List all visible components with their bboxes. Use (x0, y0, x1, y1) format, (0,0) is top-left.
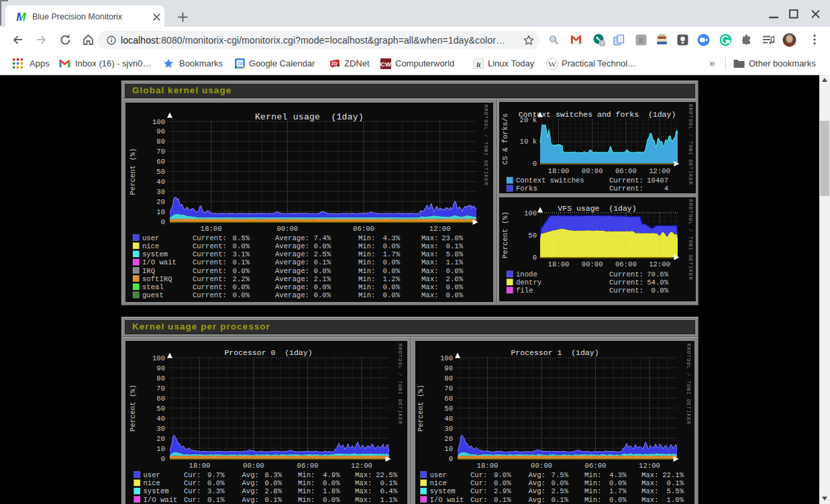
svg-text:RRDTOOL / TOBI OETIKER: RRDTOOL / TOBI OETIKER (483, 105, 488, 186)
svg-text:60: 60 (156, 158, 165, 166)
svg-text:Current:: Current: (609, 287, 643, 295)
svg-text:Min:: Min: (298, 496, 315, 504)
svg-text:3.3%: 3.3% (207, 487, 225, 495)
svg-text:0.1%: 0.1% (265, 496, 282, 504)
svg-text:0.0%: 0.0% (233, 242, 250, 250)
svg-text:Avg:: Avg: (529, 487, 546, 495)
svg-text:Current:: Current: (609, 279, 643, 287)
svg-text:2.2%: 2.2% (233, 275, 250, 283)
svg-text:0.0%: 0.0% (323, 496, 340, 504)
svg-text:100: 100 (440, 354, 453, 362)
svg-text:80: 80 (156, 138, 165, 146)
svg-text:0.0%: 0.0% (494, 479, 511, 487)
svg-text:1.1%: 1.1% (380, 496, 398, 504)
svg-text:06:00: 06:00 (297, 462, 319, 470)
svg-text:Min:: Min: (358, 283, 375, 291)
svg-text:Avg:: Avg: (242, 471, 259, 479)
svg-text:90: 90 (444, 364, 453, 372)
svg-text:0.1%: 0.1% (380, 479, 398, 487)
svg-text:0: 0 (533, 254, 537, 262)
svg-text:Context switches and forks (1: Context switches and forks (1day) (519, 110, 676, 119)
svg-text:2.8%: 2.8% (265, 487, 282, 495)
svg-text:0.0%: 0.0% (233, 283, 250, 291)
svg-text:00:00: 00:00 (531, 462, 552, 470)
svg-text:30: 30 (156, 425, 165, 433)
svg-text:0.0%: 0.0% (383, 258, 401, 266)
svg-text:Max:: Max: (421, 291, 438, 299)
svg-text:50: 50 (156, 405, 165, 413)
svg-text:0.0%: 0.0% (609, 496, 627, 504)
svg-text:0.0%: 0.0% (233, 267, 250, 275)
svg-text:Avg:: Avg: (529, 479, 546, 487)
svg-text:4.9%: 4.9% (323, 471, 340, 479)
svg-text:0.0%: 0.0% (446, 291, 464, 299)
svg-text:6.4%: 6.4% (380, 487, 398, 495)
svg-text:Processor 1 (1day): Processor 1 (1day) (511, 348, 599, 357)
svg-text:1.8%: 1.8% (323, 487, 340, 495)
svg-text:70.6%: 70.6% (647, 270, 668, 279)
svg-text:IRQ: IRQ (142, 267, 155, 275)
svg-text:10 k: 10 k (520, 138, 537, 146)
svg-text:4.3%: 4.3% (383, 234, 401, 242)
svg-text:40: 40 (156, 178, 165, 186)
svg-text:50: 50 (528, 232, 537, 240)
svg-text:0.1%: 0.1% (207, 496, 225, 504)
svg-text:60: 60 (156, 395, 165, 403)
svg-text:Percent (%): Percent (%) (129, 148, 137, 195)
svg-text:0.0%: 0.0% (446, 267, 464, 275)
svg-text:20: 20 (156, 198, 165, 206)
svg-text:70: 70 (444, 385, 453, 393)
svg-text:Current:: Current: (193, 283, 227, 291)
svg-text:70: 70 (156, 148, 165, 156)
svg-text:2.5%: 2.5% (314, 250, 331, 258)
svg-text:0.1%: 0.1% (314, 258, 331, 266)
svg-text:0.1%: 0.1% (667, 479, 684, 487)
svg-text:Max:: Max: (355, 496, 372, 504)
svg-text:Max:: Max: (355, 471, 372, 479)
svg-text:0.0%: 0.0% (314, 283, 331, 291)
svg-text:70: 70 (156, 385, 165, 393)
svg-text:Max:: Max: (641, 487, 658, 495)
svg-text:Average:: Average: (275, 250, 309, 258)
svg-text:user: user (430, 471, 447, 479)
svg-text:Max:: Max: (421, 250, 438, 258)
svg-text:Current:: Current: (193, 291, 227, 299)
svg-text:0.0%: 0.0% (314, 267, 331, 275)
svg-text:Current:: Current: (193, 242, 227, 250)
svg-text:3.1%: 3.1% (233, 250, 250, 258)
svg-text:90: 90 (156, 364, 165, 372)
svg-text:0: 0 (161, 455, 165, 463)
svg-text:8.3%: 8.3% (265, 471, 282, 479)
svg-text:0.0%: 0.0% (383, 291, 401, 299)
svg-text:2.5%: 2.5% (552, 487, 569, 495)
svg-text:0.0%: 0.0% (609, 479, 627, 487)
svg-text:0.1%: 0.1% (446, 242, 464, 250)
svg-text:guest: guest (142, 291, 164, 299)
svg-text:Processor 0 (1day): Processor 0 (1day) (224, 348, 312, 357)
svg-text:18:00: 18:00 (189, 462, 211, 470)
svg-text:100: 100 (524, 209, 537, 217)
svg-text:2.1%: 2.1% (314, 275, 331, 283)
svg-text:ZD: ZD (331, 61, 338, 66)
svg-text:Min:: Min: (298, 487, 315, 495)
svg-text:0.1%: 0.1% (233, 258, 250, 266)
svg-text:Cur:: Cur: (470, 487, 487, 495)
svg-text:Cur:: Cur: (470, 479, 487, 487)
svg-text:0.0%: 0.0% (552, 479, 569, 487)
svg-text:100: 100 (152, 354, 165, 362)
svg-text:00:00: 00:00 (582, 167, 603, 175)
svg-text:Current:: Current: (193, 267, 227, 275)
svg-text:VFS usage (1day): VFS usage (1day) (558, 204, 636, 213)
svg-text:Current:: Current: (609, 185, 643, 193)
svg-text:Min:: Min: (584, 487, 601, 495)
svg-text:W: W (548, 59, 557, 69)
svg-text:Min:: Min: (358, 242, 375, 250)
svg-text:Min:: Min: (358, 258, 375, 266)
svg-text:Min:: Min: (298, 479, 315, 487)
svg-text:Average:: Average: (275, 283, 309, 291)
svg-text:4: 4 (664, 185, 668, 193)
svg-text:Average:: Average: (275, 267, 309, 275)
svg-text:60: 60 (444, 395, 453, 403)
svg-text:Percent (%): Percent (%) (129, 385, 137, 432)
svg-text:22.5%: 22.5% (376, 471, 397, 479)
